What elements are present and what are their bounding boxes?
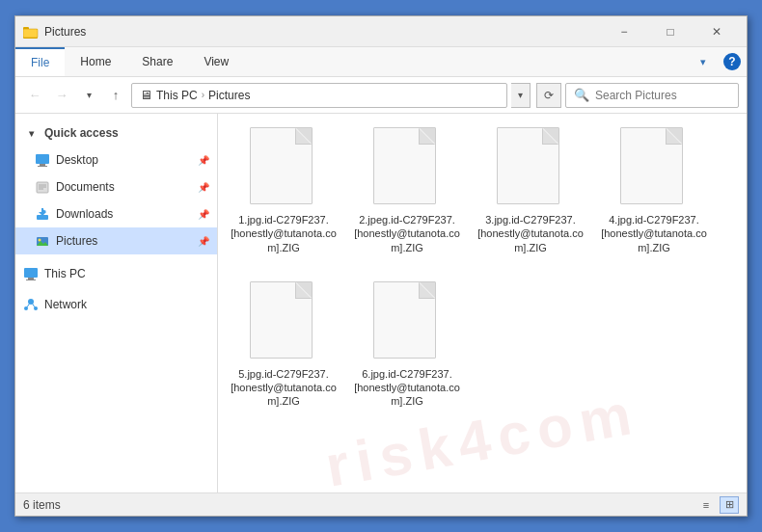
quick-access-label: Quick access xyxy=(44,126,119,140)
desktop-label: Desktop xyxy=(56,153,98,167)
titlebar: Pictures − □ ✕ xyxy=(15,16,747,47)
titlebar-title: Pictures xyxy=(44,25,602,39)
svg-rect-4 xyxy=(36,154,49,164)
svg-rect-2 xyxy=(23,29,38,38)
recent-locations-button[interactable]: ▾ xyxy=(77,84,100,107)
help-icon: ? xyxy=(723,53,741,70)
thispc-label: This PC xyxy=(44,267,86,280)
file-name: 5.jpg.id-C279F237.[honestly@tutanota.com… xyxy=(231,367,337,409)
file-item[interactable]: 2.jpeg.id-C279F237.[honestly@tutanota.co… xyxy=(349,121,465,260)
pictures-icon xyxy=(35,233,50,249)
svg-rect-19 xyxy=(24,268,38,278)
sidebar: ▾ Quick access Desktop 📌 xyxy=(15,114,218,492)
sidebar-item-documents[interactable]: Documents 📌 xyxy=(15,173,217,200)
quick-access-section: ▾ Quick access Desktop 📌 xyxy=(15,118,217,256)
back-button[interactable]: ← xyxy=(23,84,46,107)
ribbon-collapse-btn[interactable]: ▾ xyxy=(689,47,718,76)
path-icon: 🖥 xyxy=(140,88,152,102)
titlebar-controls: − □ ✕ xyxy=(602,16,739,47)
file-icon xyxy=(620,127,688,209)
path-pictures: Pictures xyxy=(208,89,250,102)
view-controls: ≡ ⊞ xyxy=(696,496,739,514)
minimize-button[interactable]: − xyxy=(602,16,646,47)
titlebar-icon xyxy=(23,24,39,40)
documents-icon xyxy=(35,179,50,195)
explorer-window: Pictures − □ ✕ File Home Share View ▾ ? … xyxy=(14,15,748,517)
file-item[interactable]: 1.jpg.id-C279F237.[honestly@tutanota.com… xyxy=(226,121,341,260)
content-area: ▾ Quick access Desktop 📌 xyxy=(15,114,747,492)
forward-button[interactable]: → xyxy=(50,84,73,107)
path-separator: › xyxy=(202,90,204,100)
search-box[interactable]: 🔍 xyxy=(565,83,739,108)
file-item[interactable]: 3.jpg.id-C279F237.[honestly@tutanota.com… xyxy=(473,121,588,260)
item-count: 6 items xyxy=(23,498,61,512)
ribbon: File Home Share View ▾ ? xyxy=(15,47,747,77)
downloads-pin: 📌 xyxy=(198,209,209,220)
path-thispc: This PC xyxy=(156,89,198,102)
file-icon xyxy=(250,127,317,209)
svg-rect-5 xyxy=(40,164,45,166)
tab-view[interactable]: View xyxy=(188,47,244,76)
documents-label: Documents xyxy=(56,180,115,194)
svg-rect-6 xyxy=(38,166,47,167)
addressbar: ← → ▾ ↑ 🖥 This PC › Pictures ▾ ⟳ 🔍 xyxy=(15,77,747,114)
details-view-btn[interactable]: ≡ xyxy=(696,496,716,514)
pictures-label: Pictures xyxy=(56,234,97,248)
pictures-pin: 📌 xyxy=(198,236,209,247)
large-icons-view-btn[interactable]: ⊞ xyxy=(720,496,739,514)
help-button[interactable]: ? xyxy=(718,47,747,76)
file-grid: risk4com 1.jpg.id-C279F237.[honestly@tut… xyxy=(218,114,747,492)
tab-file[interactable]: File xyxy=(15,47,65,76)
file-icon xyxy=(250,281,317,363)
tab-share[interactable]: Share xyxy=(126,47,188,76)
file-name: 1.jpg.id-C279F237.[honestly@tutanota.com… xyxy=(231,213,337,254)
expand-icon: ▾ xyxy=(23,125,39,141)
file-item[interactable]: 4.jpg.id-C279F237.[honestly@tutanota.com… xyxy=(596,121,712,260)
address-path[interactable]: 🖥 This PC › Pictures xyxy=(131,83,507,108)
file-icon xyxy=(497,127,564,209)
file-icon xyxy=(373,281,441,363)
search-input[interactable] xyxy=(595,89,730,102)
file-icon xyxy=(373,127,441,209)
file-item[interactable]: 5.jpg.id-C279F237.[honestly@tutanota.com… xyxy=(226,276,341,414)
documents-pin: 📌 xyxy=(198,182,209,193)
thispc-icon xyxy=(23,266,39,281)
statusbar: 6 items ≡ ⊞ xyxy=(15,492,747,516)
network-icon xyxy=(23,297,39,312)
svg-rect-21 xyxy=(26,279,36,280)
address-dropdown-button[interactable]: ▾ xyxy=(511,83,531,108)
refresh-button[interactable]: ⟳ xyxy=(536,83,561,108)
sidebar-item-downloads[interactable]: Downloads 📌 xyxy=(15,200,217,227)
sidebar-item-pictures[interactable]: Pictures 📌 xyxy=(15,227,217,254)
close-button[interactable]: ✕ xyxy=(694,16,739,47)
downloads-label: Downloads xyxy=(56,207,113,221)
desktop-pin: 📌 xyxy=(198,155,209,166)
sidebar-item-network[interactable]: Network xyxy=(15,291,217,318)
desktop-icon xyxy=(35,152,50,168)
downloads-icon xyxy=(35,206,50,222)
file-item[interactable]: 6.jpg.id-C279F237.[honestly@tutanota.com… xyxy=(349,276,465,414)
quick-access-header: ▾ Quick access xyxy=(15,120,217,146)
file-name: 2.jpeg.id-C279F237.[honestly@tutanota.co… xyxy=(354,213,460,254)
sidebar-item-desktop[interactable]: Desktop 📌 xyxy=(15,146,217,173)
ribbon-tabs: File Home Share View ▾ ? xyxy=(15,47,747,76)
up-button[interactable]: ↑ xyxy=(104,84,127,107)
sidebar-item-thispc[interactable]: This PC xyxy=(15,260,217,287)
search-icon: 🔍 xyxy=(574,88,589,102)
network-label: Network xyxy=(44,298,87,311)
maximize-button[interactable]: □ xyxy=(648,16,693,47)
svg-rect-20 xyxy=(28,278,34,279)
tab-home[interactable]: Home xyxy=(65,47,126,76)
file-name: 6.jpg.id-C279F237.[honestly@tutanota.com… xyxy=(354,367,460,409)
file-name: 4.jpg.id-C279F237.[honestly@tutanota.com… xyxy=(601,213,707,254)
file-name: 3.jpg.id-C279F237.[honestly@tutanota.com… xyxy=(477,213,584,254)
